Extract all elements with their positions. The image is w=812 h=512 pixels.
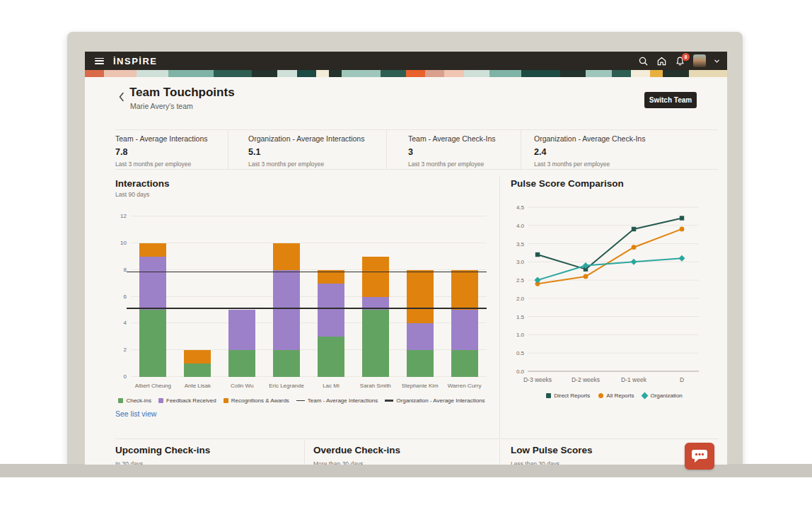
bar-segment [362,310,389,377]
card-title: Overdue Check-ins [313,445,400,455]
back-button[interactable] [117,91,126,103]
brand-logo: İNSPİRE [113,56,158,66]
bar-segment [407,323,434,350]
x-axis-label: Warren Curry [442,383,487,389]
stat-org-avg-checkins: Organization - Average Check-Ins 2.4 Las… [534,134,645,168]
bar-stephanie-kim[interactable] [398,216,442,377]
bar-albert-cheung[interactable] [131,216,175,377]
legend-swatch [642,392,649,400]
legend-swatch [158,398,163,403]
reference-line [127,308,487,308]
svg-text:0.5: 0.5 [516,350,525,356]
stat-label: Organization - Average Interactions [248,134,364,143]
page: İNSPİRE 8 Team Touchpoints Marie Avery's… [0,0,812,512]
svg-text:D-1 week: D-1 week [621,376,647,383]
bar-segment [407,270,434,324]
y-tick-label: 4 [124,320,127,326]
interactions-y-axis: 024681012 [115,216,128,377]
card-subtitle: Less than 30 days [511,460,593,465]
divider [386,130,387,170]
y-tick-label: 10 [120,240,127,246]
svg-text:3.0: 3.0 [516,259,525,265]
divider [304,441,305,465]
page-subtitle: Marie Avery's team [130,102,193,110]
svg-text:2.0: 2.0 [516,296,525,302]
stats-strip: Team - Average Interactions 7.8 Last 3 m… [115,129,718,170]
bar-segment [228,350,255,377]
legend-swatch [118,398,123,403]
svg-text:D-2 weeks: D-2 weeks [572,376,600,383]
bar-segment [139,257,166,310]
reference-line [127,272,487,272]
bar-segment [273,350,300,377]
bar-segment [318,284,344,337]
bar-sarah-smith[interactable] [353,216,398,377]
y-tick-label: 6 [124,293,127,300]
legend-line-swatch [385,400,393,402]
bar-eric-legrande[interactable] [265,216,309,377]
stat-org-avg-interactions: Organization - Average Interactions 5.1 … [248,134,364,168]
menu-icon[interactable] [95,58,104,64]
x-axis-label: Eric Legrande [265,383,309,389]
x-axis-label: Colin Wu [220,383,265,389]
card-subtitle: In 30 days [115,460,210,465]
bar-segment [273,270,300,351]
chat-button[interactable] [685,443,714,470]
bar-segment [184,363,211,377]
bar-segment [407,350,434,377]
legend-item: Organization - Average Interactions [385,397,485,404]
bar-ante-lisak[interactable] [175,216,220,377]
bar-warren-curry[interactable] [442,216,487,377]
overdue-checkins-card[interactable]: Overdue Check-ins More than 30 days [313,445,400,465]
legend-item: All Reports [598,392,634,399]
bar-segment [139,243,166,257]
interactions-chart: 024681012 Albert CheungAnte LisakColin W… [115,211,488,416]
bar-segment [451,310,478,350]
card-subtitle: More than 30 days [313,460,400,465]
avatar[interactable] [693,54,706,67]
legend-item: Feedback Received [158,397,216,404]
bar-segment [451,350,478,377]
y-tick-label: 12 [120,213,127,219]
bar-segment [451,270,478,310]
notification-badge: 8 [682,53,690,61]
divider [115,438,718,439]
search-icon[interactable] [638,56,649,66]
x-axis-label: Ante Lisak [175,383,220,389]
y-tick-label: 0 [124,373,127,380]
x-axis-label: Albert Cheung [131,383,175,389]
stat-note: Last 3 months per employee [115,161,208,168]
stat-label: Team - Average Interactions [115,134,208,143]
bar-segment [184,350,211,363]
svg-text:2.5: 2.5 [516,277,525,284]
y-tick-label: 2 [124,347,127,353]
see-list-view-link[interactable]: See list view [115,409,156,418]
svg-text:4.5: 4.5 [516,204,525,211]
legend-item: Recognitions & Awards [224,397,289,404]
svg-text:1.0: 1.0 [516,332,525,338]
stat-note: Last 3 months per employee [534,161,645,168]
home-icon[interactable] [656,56,667,66]
svg-text:3.5: 3.5 [516,241,525,248]
stat-note: Last 3 months per employee [248,161,364,168]
legend-swatch [598,393,603,398]
low-pulse-scores-card[interactable]: Low Pulse Scores Less than 30 days [511,445,593,465]
svg-text:4.0: 4.0 [516,223,525,229]
app-window: İNSPİRE 8 Team Touchpoints Marie Avery's… [85,52,727,465]
upcoming-checkins-card[interactable]: Upcoming Check-ins In 30 days [115,445,210,465]
interactions-subtitle: Last 90 days [115,191,149,198]
legend-item: Direct Reports [546,392,590,399]
bar-segment [318,337,344,377]
bar-segment [228,310,255,350]
bar-lac-mi[interactable] [309,216,354,377]
stat-note: Last 3 months per employee [408,161,496,168]
card-title: Low Pulse Scores [511,445,593,455]
notifications-button[interactable]: 8 [675,56,685,66]
interactions-plot [131,216,487,377]
legend-item: Organization [642,392,682,399]
chevron-down-icon[interactable] [714,58,720,64]
stat-value: 7.8 [115,147,208,157]
pulse-legend: Direct ReportsAll ReportsOrganization [511,392,718,399]
bar-colin-wu[interactable] [220,216,265,377]
switch-team-button[interactable]: Switch Team [644,92,697,108]
